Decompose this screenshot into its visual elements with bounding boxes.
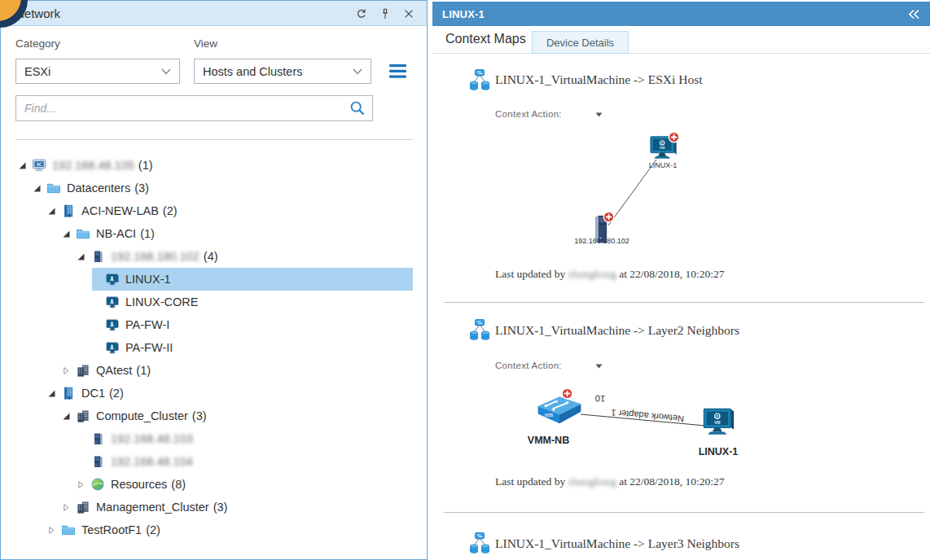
folder-icon — [76, 226, 90, 241]
pin-icon[interactable] — [379, 7, 392, 20]
tab-context-maps[interactable]: Context Maps — [445, 32, 526, 46]
edge-label: Network adapter 1 — [599, 407, 697, 425]
expander-closed-icon[interactable] — [77, 479, 90, 489]
vds-switch-node-icon[interactable] — [535, 393, 584, 427]
vm-icon — [105, 295, 120, 309]
tree-label: Management_Cluster — [96, 501, 209, 514]
expander-open-icon[interactable] — [63, 229, 76, 238]
tree-label: PA-FW-II — [125, 341, 173, 354]
node-label: VMM-NB — [514, 435, 583, 446]
map-title: LINUX-1_VirtualMachine -> Layer2 Neighbo… — [495, 323, 739, 338]
section-divider — [444, 512, 924, 513]
tree-item-pa-fw-ii[interactable]: PA-FW-II — [1, 336, 413, 359]
vm-icon — [105, 317, 120, 332]
search-icon[interactable] — [349, 100, 366, 116]
context-action-dropdown-icon[interactable] — [595, 364, 603, 369]
close-icon[interactable] — [402, 7, 415, 20]
map-title: LINUX-1_VirtualMachine -> ESXi Host — [495, 72, 702, 87]
host-icon — [90, 431, 105, 446]
cluster-icon — [76, 500, 90, 514]
expander-closed-icon[interactable] — [48, 525, 61, 535]
network-tree: 192.168.48.105 (1) Datacenters (3) ACI-N… — [1, 154, 413, 541]
host-icon — [90, 454, 105, 469]
view-label: View — [194, 37, 217, 50]
view-select[interactable]: Hosts and Clusters — [194, 59, 371, 84]
tree-item-dc1[interactable]: DC1 (2) — [1, 382, 413, 405]
tree-item-aci-new-lab[interactable]: ACI-NEW-LAB (2) — [1, 199, 413, 222]
tree-item-datacenters[interactable]: Datacenters (3) — [1, 177, 413, 199]
vm-node-icon[interactable] — [701, 406, 737, 440]
tree-label: TestRootF1 — [81, 523, 142, 536]
tree-count: (1) — [138, 159, 153, 172]
last-updated-text: Last updated by zhanghong at 22/08/2018,… — [495, 475, 725, 488]
category-select[interactable]: ESXi — [15, 59, 180, 84]
chevron-down-icon — [353, 68, 362, 75]
datacenter-icon — [61, 203, 76, 218]
tree-item-vcenter[interactable]: 192.168.48.105 (1) — [1, 154, 413, 177]
expander-open-icon[interactable] — [33, 183, 46, 193]
collapse-panel-icon[interactable] — [908, 2, 920, 26]
find-box — [15, 95, 373, 121]
tree-label: LINUX-1 — [125, 273, 171, 286]
datacenter-icon — [61, 386, 76, 400]
tree-item-compute-cluster[interactable]: Compute_Cluster (3) — [1, 405, 413, 427]
vm-icon — [105, 272, 120, 287]
tree-count: (4) — [204, 250, 218, 263]
divider — [15, 139, 413, 140]
expander-spacer — [92, 320, 105, 330]
tab-device-details[interactable]: Device Details — [532, 31, 629, 54]
node-label: LINUX-1 — [685, 446, 752, 457]
context-action-dropdown-icon[interactable] — [595, 112, 603, 117]
expander-open-icon[interactable] — [19, 160, 32, 170]
tree-item-host-48-104[interactable]: 192.168.48.104 — [1, 450, 413, 473]
refresh-icon[interactable] — [355, 7, 368, 20]
tree-item-linux-1[interactable]: LINUX-1 — [1, 268, 413, 291]
tree-item-testrootf1[interactable]: TestRootF1 (2) — [1, 518, 413, 541]
tree-item-qatest[interactable]: QAtest (1) — [1, 359, 413, 382]
tree-count: (2) — [109, 387, 124, 400]
plus-badge-icon[interactable] — [603, 211, 615, 223]
network-panel: Network Category View ESXi Hosts and Clu… — [0, 0, 428, 560]
context-action-label: Context Action: — [495, 109, 562, 119]
tree-item-resources[interactable]: Resources (8) — [1, 473, 413, 496]
tree-label: Compute_Cluster — [96, 409, 188, 422]
updated-by-user: zhanghong — [568, 268, 616, 280]
host-icon — [90, 249, 105, 264]
find-input[interactable] — [16, 102, 349, 115]
tree-item-nb-aci[interactable]: NB-ACI (1) — [1, 222, 413, 245]
tree-count: (2) — [163, 204, 178, 217]
expander-closed-icon[interactable] — [63, 365, 76, 375]
updated-by-user: zhanghong — [568, 475, 616, 488]
tree-count: (3) — [192, 409, 207, 422]
tree-label: PA-FW-I — [125, 318, 169, 331]
plus-badge-icon[interactable] — [668, 131, 680, 143]
tree-item-linux-core[interactable]: LINUX-CORE — [1, 291, 413, 313]
expander-spacer — [92, 343, 105, 352]
tab-bar: Context Maps Device Details — [432, 26, 930, 54]
expander-open-icon[interactable] — [48, 388, 61, 398]
expander-open-icon[interactable] — [77, 252, 90, 261]
tree-count: (1) — [140, 227, 155, 240]
tree-item-pa-fw-i[interactable]: PA-FW-I — [1, 313, 413, 336]
tree-label: 192.168.48.104 — [111, 455, 193, 468]
tree-label: 192.168.180.102 — [111, 250, 200, 263]
expander-open-icon[interactable] — [48, 206, 61, 216]
tree-label: Datacenters — [67, 182, 130, 195]
edge-label: 10 — [589, 393, 612, 405]
device-panel: LINUX-1 Context Maps Device Details LINU… — [432, 0, 930, 560]
network-panel-header: Network — [1, 1, 427, 26]
expander-closed-icon[interactable] — [63, 502, 76, 512]
resource-pool-icon — [90, 477, 105, 492]
app-window: Network Category View ESXi Hosts and Clu… — [0, 0, 930, 560]
tree-item-host-48-103[interactable]: 192.168.48.103 — [1, 427, 413, 450]
expander-open-icon[interactable] — [63, 411, 76, 421]
tree-item-host-180-102[interactable]: 192.168.180.102 (4) — [1, 245, 413, 268]
tree-count: (3) — [213, 501, 228, 514]
last-updated-text: Last updated by zhanghong at 22/08/2018,… — [495, 268, 725, 281]
tree-item-management-cluster[interactable]: Management_Cluster (3) — [1, 496, 413, 518]
plus-badge-icon[interactable] — [561, 387, 573, 400]
menu-icon[interactable] — [389, 64, 406, 78]
expander-spacer — [77, 457, 90, 466]
cluster-icon — [76, 363, 90, 378]
topology-map-icon — [468, 68, 491, 91]
